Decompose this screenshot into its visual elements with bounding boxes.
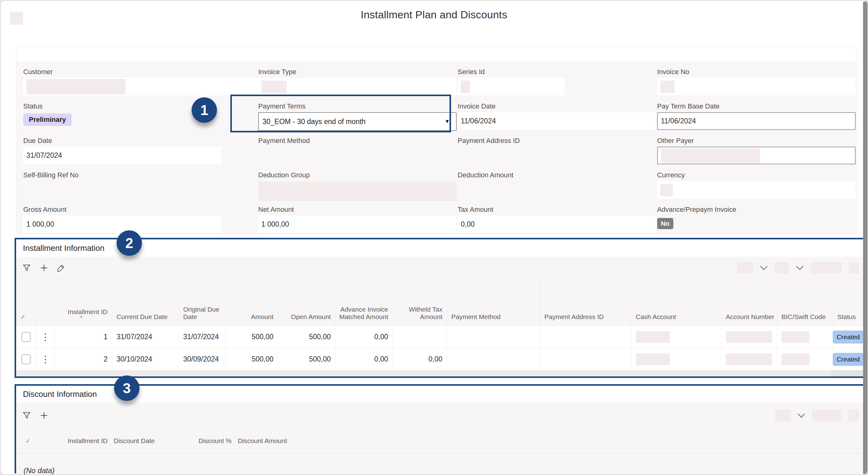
field-payment-method: Payment Method (258, 135, 458, 169)
cell-bic-swift (777, 348, 833, 370)
deduction-group-label: Deduction Group (258, 171, 458, 181)
payment-terms-selected-value: 30_EOM - 30 days end of month (262, 118, 366, 126)
invoice-date-value: 11/06/2024 (458, 112, 656, 130)
filter-icon[interactable] (22, 261, 40, 275)
gross-amount-label: Gross Amount (23, 206, 258, 215)
invoice-type-redacted-value (261, 81, 287, 93)
horizontal-scrollbar-thumb[interactable] (16, 370, 831, 377)
col-original-due-date[interactable]: Original Due Date (179, 279, 225, 326)
col-status[interactable]: Status (833, 279, 863, 326)
series-id-label: Series Id (458, 68, 657, 78)
cell-original-due-date: 30/09/2024 (179, 348, 225, 370)
sort-ascending-icon: ^ (80, 316, 83, 321)
annotation-circle-1: 1 (192, 97, 217, 123)
invoice-date-label: Invoice Date (458, 102, 657, 112)
invoice-type-label: Invoice Type (258, 68, 458, 78)
horizontal-scrollbar[interactable] (16, 370, 863, 377)
col-bic-swift[interactable]: BIC/Swift Code (777, 279, 833, 326)
field-series-id: Series Id (458, 66, 657, 100)
customer-value (23, 78, 258, 95)
col-discount-date[interactable]: Discount Date (107, 437, 185, 445)
pay-term-base-date-label: Pay Term Base Date (657, 102, 857, 112)
toolbar-dropdown-redacted[interactable] (775, 410, 790, 421)
installment-table-header: ✓ Installment ID ^ Current Due Date Orig… (16, 279, 863, 326)
col-installment-id[interactable]: Installment ID (36, 437, 107, 445)
invoice-no-redacted-value (660, 81, 675, 93)
filter-icon[interactable] (22, 408, 40, 423)
annotation-circle-2: 2 (117, 230, 142, 256)
discount-information-section: Discount Information ✓ Installment (14, 384, 865, 473)
field-deduction-group: Deduction Group (258, 169, 458, 204)
series-id-value (458, 78, 564, 95)
cell-payment-address-id (540, 326, 631, 348)
col-amount[interactable]: Amount (225, 279, 278, 326)
col-witheld-tax[interactable]: Witheld Tax Amount (393, 279, 447, 326)
payment-method-label: Payment Method (258, 137, 458, 147)
col-cash-account[interactable]: Cash Account (631, 279, 721, 326)
col-payment-address-id[interactable]: Payment Address ID (540, 279, 631, 326)
currency-redacted-value (660, 184, 673, 196)
chevron-down-icon[interactable] (797, 413, 805, 418)
cell-current-due-date: 30/10/2024 (112, 348, 179, 370)
tax-amount-value: 0,00 (458, 215, 656, 233)
discount-table-body: (No data) (16, 453, 863, 475)
installment-plan-window: Installment Plan and Discounts Customer … (0, 0, 868, 475)
add-row-icon[interactable] (40, 261, 57, 275)
select-all-check-icon[interactable]: ✓ (21, 313, 26, 321)
toolbar-button-redacted[interactable] (848, 262, 859, 274)
field-gross-amount: Gross Amount 1 000,00 (23, 204, 258, 238)
bic-swift-redacted (781, 353, 809, 365)
installment-section-title: Installment Information (16, 239, 863, 257)
annotation-circle-3: 3 (114, 376, 140, 401)
cell-payment-method (447, 348, 540, 370)
account-number-redacted (726, 353, 772, 365)
payment-address-id-label: Payment Address ID (458, 137, 657, 147)
net-amount-value: 1 000,00 (258, 215, 457, 233)
field-net-amount: Net Amount 1 000,00 (258, 204, 458, 238)
cell-witheld-tax: 0,00 (393, 348, 447, 370)
col-installment-id[interactable]: Installment ID ^ (55, 279, 112, 326)
chevron-down-icon[interactable] (760, 265, 768, 270)
payment-terms-select[interactable]: 30_EOM - 30 days end of month ▼ (258, 112, 457, 131)
installment-toolbar-right (737, 257, 859, 279)
col-open-amount[interactable]: Open Amount (278, 279, 335, 326)
row-checkbox[interactable] (21, 354, 31, 364)
toolbar-button-redacted[interactable] (811, 262, 842, 274)
field-invoice-date: Invoice Date 11/06/2024 (458, 100, 657, 135)
col-advance-matched[interactable]: Advance Invoice Matched Amount (335, 279, 393, 326)
cell-account-number (721, 348, 777, 370)
other-payer-input[interactable] (657, 147, 856, 164)
toolbar-dropdown-redacted[interactable] (737, 262, 753, 274)
col-discount-pct[interactable]: Discount % (185, 437, 231, 445)
row-menu-kebab-icon[interactable]: ⋮ (41, 333, 50, 341)
col-discount-amount[interactable]: Discount Amount (231, 437, 309, 445)
cell-advance-matched: 0,00 (335, 326, 393, 348)
col-payment-method[interactable]: Payment Method (447, 279, 540, 326)
account-number-redacted (726, 331, 772, 343)
cell-installment-id: 2 (55, 348, 112, 370)
col-account-number[interactable]: Account Number (721, 279, 777, 326)
discount-section-title: Discount Information (16, 386, 863, 403)
toolbar-button-redacted[interactable] (848, 410, 859, 421)
toolbar-dropdown-redacted[interactable] (775, 262, 789, 274)
installment-status-badge: Created (833, 353, 864, 366)
field-due-date: Due Date 31/07/2024 (23, 135, 258, 169)
other-payer-label: Other Payer (657, 137, 857, 147)
pay-term-base-date-input[interactable]: 11/06/2024 (657, 112, 856, 130)
cell-open-amount: 500,00 (278, 326, 335, 348)
cell-installment-id: 1 (55, 326, 112, 348)
advance-invoice-badge: No (657, 218, 673, 229)
vertical-scrollbar-thumb[interactable] (863, 2, 868, 474)
col-current-due-date[interactable]: Current Due Date (112, 279, 179, 326)
add-row-icon[interactable] (40, 408, 57, 423)
no-data-text: (No data) (24, 466, 55, 475)
toolbar-button-redacted[interactable] (812, 410, 842, 421)
invoice-type-value (258, 78, 457, 95)
installment-row-2: ⋮ 2 30/10/2024 30/09/2024 500,00 500,00 … (16, 348, 863, 370)
row-menu-kebab-icon[interactable]: ⋮ (41, 355, 50, 363)
chevron-down-icon[interactable] (796, 265, 804, 270)
select-all-check-icon[interactable]: ✓ (25, 437, 31, 445)
edit-pencil-icon[interactable] (57, 261, 74, 275)
cell-witheld-tax (393, 326, 447, 348)
row-checkbox[interactable] (21, 332, 31, 342)
